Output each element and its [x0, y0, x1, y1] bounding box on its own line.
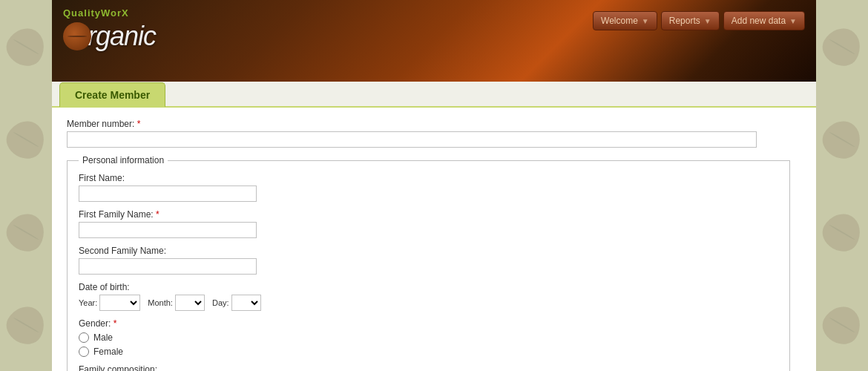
- gender-label: Gender: *: [79, 318, 778, 329]
- nav-buttons: Welcome ▼ Reports ▼ Add new data ▼: [593, 7, 805, 30]
- personal-info-fieldset: Personal information First Name: First F…: [67, 155, 790, 371]
- welcome-label: Welcome: [601, 16, 638, 26]
- female-label: Female: [93, 347, 123, 357]
- year-label: Year:: [79, 298, 97, 307]
- bean-watermark: [1, 21, 51, 71]
- personal-info-legend: Personal information: [79, 155, 168, 165]
- first-family-name-input[interactable]: [79, 222, 257, 238]
- bean-watermark: [1, 299, 51, 349]
- male-radio[interactable]: [79, 332, 89, 343]
- date-of-birth-label: Date of birth:: [79, 282, 778, 292]
- main-wrapper: QualityWorX rganic Welcome ▼ Reports ▼ A…: [52, 0, 816, 371]
- gender-section: Gender: * Male Female: [79, 318, 778, 357]
- female-option[interactable]: Female: [79, 347, 778, 357]
- add-new-data-button[interactable]: Add new data ▼: [723, 11, 805, 30]
- family-composition-group: Family composition:: [79, 364, 778, 371]
- reports-chevron-icon: ▼: [704, 17, 711, 25]
- male-option[interactable]: Male: [79, 332, 778, 343]
- bean-watermark: [817, 21, 867, 71]
- watermark-left: [0, 0, 52, 371]
- reports-label: Reports: [669, 16, 700, 26]
- bean-watermark: [817, 114, 867, 164]
- day-label: Day:: [212, 298, 229, 307]
- logo-brand: QualityWorX: [63, 7, 129, 19]
- first-family-name-label: First Family Name: *: [79, 209, 778, 220]
- bean-watermark: [1, 114, 51, 164]
- welcome-button[interactable]: Welcome ▼: [593, 11, 657, 30]
- header: QualityWorX rganic Welcome ▼ Reports ▼ A…: [52, 0, 816, 82]
- first-name-group: First Name:: [79, 173, 778, 202]
- watermark-right: [816, 0, 868, 371]
- reports-button[interactable]: Reports ▼: [661, 11, 720, 30]
- bean-watermark: [817, 299, 867, 349]
- tab-bar: Create Member: [52, 82, 816, 106]
- add-new-data-chevron-icon: ▼: [789, 17, 797, 25]
- second-family-name-group: Second Family Name:: [79, 246, 778, 275]
- date-of-birth-section: Date of birth: Year: Month: Day:: [79, 282, 778, 311]
- first-name-input[interactable]: [79, 186, 257, 202]
- member-number-group: Member number: *: [67, 119, 801, 148]
- family-composition-label: Family composition:: [79, 364, 778, 371]
- gender-radio-group: Male Female: [79, 332, 778, 357]
- add-new-data-label: Add new data: [731, 16, 786, 26]
- first-family-name-required: *: [156, 209, 160, 220]
- month-select[interactable]: [175, 295, 205, 311]
- form-container: Member number: * Personal information Fi…: [52, 106, 816, 371]
- first-family-name-group: First Family Name: *: [79, 209, 778, 238]
- member-number-input[interactable]: [67, 131, 757, 148]
- welcome-chevron-icon: ▼: [642, 17, 649, 25]
- dob-fields: Year: Month: Day:: [79, 295, 778, 311]
- content-area: Create Member Member number: * Personal …: [52, 82, 816, 371]
- logo-area: QualityWorX rganic: [63, 7, 156, 52]
- create-member-tab[interactable]: Create Member: [59, 82, 165, 107]
- first-name-label: First Name:: [79, 173, 778, 183]
- second-family-name-label: Second Family Name:: [79, 246, 778, 256]
- logo-organic: rganic: [88, 21, 156, 52]
- gender-required: *: [114, 318, 117, 329]
- member-number-label: Member number: *: [67, 119, 801, 129]
- logo-bottom: rganic: [63, 21, 156, 52]
- bean-watermark: [1, 206, 51, 257]
- year-select[interactable]: [99, 295, 140, 311]
- month-label: Month:: [148, 298, 173, 307]
- second-family-name-input[interactable]: [79, 258, 257, 275]
- day-select[interactable]: [231, 295, 261, 311]
- female-radio[interactable]: [79, 347, 89, 357]
- male-label: Male: [93, 332, 113, 343]
- member-number-required: *: [137, 119, 141, 129]
- bean-icon: [63, 22, 91, 50]
- bean-watermark: [817, 206, 867, 257]
